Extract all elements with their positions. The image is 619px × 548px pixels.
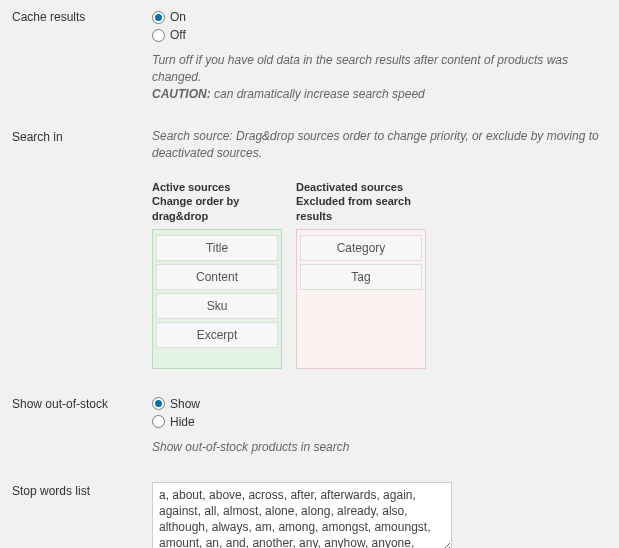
active-sources-column: Active sources Change order by drag&drop…	[152, 180, 282, 369]
out-of-stock-control: Show Hide Show out-of-stock products in …	[152, 395, 607, 456]
deactivated-sources-box[interactable]: Category Tag	[296, 229, 426, 369]
deactivated-sources-column: Deactivated sources Excluded from search…	[296, 180, 426, 369]
source-item-category[interactable]: Category	[300, 235, 422, 261]
cache-results-row: Cache results On Off Turn off if you hav…	[12, 8, 607, 102]
radio-label: On	[170, 8, 186, 26]
radio-icon[interactable]	[152, 397, 165, 410]
stop-words-row: Stop words list Comma separated list of …	[12, 482, 607, 548]
search-in-control: Search source: Drag&drop sources order t…	[152, 128, 607, 368]
radio-label: Off	[170, 26, 186, 44]
sources-container: Active sources Change order by drag&drop…	[152, 180, 607, 369]
source-item-sku[interactable]: Sku	[156, 293, 278, 319]
source-item-excerpt[interactable]: Excerpt	[156, 322, 278, 348]
out-of-stock-description: Show out-of-stock products in search	[152, 439, 607, 456]
stop-words-control: Comma separated list of words that will …	[152, 482, 607, 548]
radio-label: Show	[170, 395, 200, 413]
radio-icon[interactable]	[152, 415, 165, 428]
stop-words-textarea[interactable]	[152, 482, 452, 548]
source-item-tag[interactable]: Tag	[300, 264, 422, 290]
stop-words-label: Stop words list	[12, 482, 152, 498]
cache-results-description: Turn off if you have old data in the sea…	[152, 52, 607, 102]
out-of-stock-label: Show out-of-stock	[12, 395, 152, 411]
out-of-stock-row: Show out-of-stock Show Hide Show out-of-…	[12, 395, 607, 456]
active-sources-header: Active sources Change order by drag&drop	[152, 180, 282, 223]
cache-results-label: Cache results	[12, 8, 152, 24]
search-in-description: Search source: Drag&drop sources order t…	[152, 128, 607, 162]
search-in-row: Search in Search source: Drag&drop sourc…	[12, 128, 607, 368]
radio-icon[interactable]	[152, 11, 165, 24]
deactivated-sources-header: Deactivated sources Excluded from search…	[296, 180, 426, 223]
radio-icon[interactable]	[152, 29, 165, 42]
hide-option[interactable]: Hide	[152, 413, 607, 431]
cache-on-option[interactable]: On	[152, 8, 607, 26]
source-item-content[interactable]: Content	[156, 264, 278, 290]
cache-off-option[interactable]: Off	[152, 26, 607, 44]
search-in-label: Search in	[12, 128, 152, 144]
radio-label: Hide	[170, 413, 195, 431]
source-item-title[interactable]: Title	[156, 235, 278, 261]
show-option[interactable]: Show	[152, 395, 607, 413]
active-sources-box[interactable]: Title Content Sku Excerpt	[152, 229, 282, 369]
cache-results-control: On Off Turn off if you have old data in …	[152, 8, 607, 102]
